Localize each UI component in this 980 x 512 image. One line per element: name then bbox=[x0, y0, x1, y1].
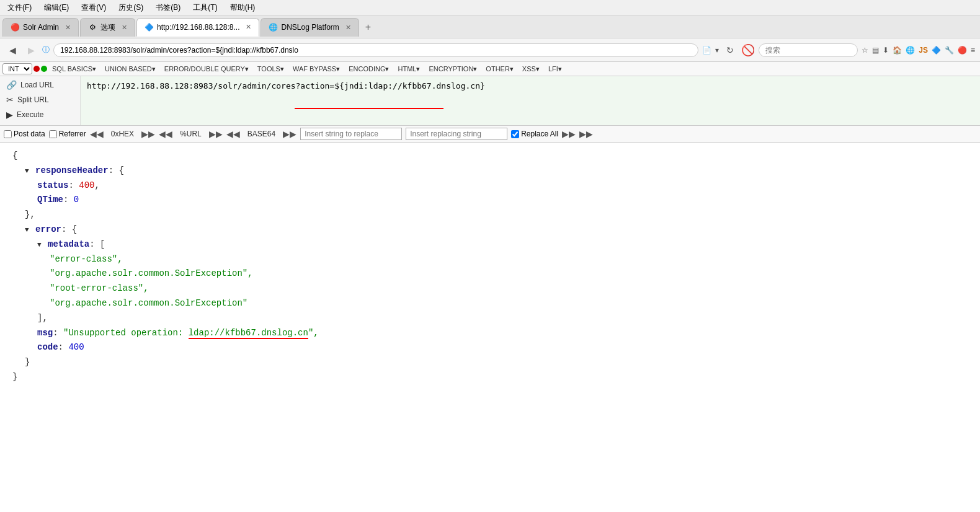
insert-replace-input[interactable] bbox=[300, 128, 402, 140]
tab-hackbar[interactable]: 🔷 http://192.168.88.128:8... ✕ bbox=[136, 18, 259, 37]
url-left-arrow: ◀◀ bbox=[159, 129, 172, 139]
download-icon[interactable]: ⬇ bbox=[883, 46, 889, 55]
home-icon[interactable]: 🏠 bbox=[893, 46, 902, 55]
code-value: 400 bbox=[68, 342, 84, 352]
load-url-icon: 🔗 bbox=[6, 80, 17, 90]
split-url-icon: ✂ bbox=[6, 95, 14, 105]
msg-url-underline: ldap://kfbb67.dnslog.cn bbox=[189, 328, 308, 339]
status-value: 400 bbox=[79, 180, 94, 190]
forward-button[interactable]: ▶ bbox=[24, 43, 38, 58]
earth-icon[interactable]: 🌐 bbox=[906, 46, 915, 55]
insert-replacing-input[interactable] bbox=[406, 128, 507, 140]
tab-close-solr[interactable]: ✕ bbox=[65, 24, 71, 32]
solr-icon: 🔴 bbox=[11, 23, 19, 32]
menu-history[interactable]: 历史(S) bbox=[116, 1, 146, 14]
json-open-brace: { bbox=[12, 149, 968, 164]
menu-sql-basics[interactable]: SQL BASICS▾ bbox=[48, 64, 100, 74]
error-close: } bbox=[25, 355, 968, 370]
menu-encryption[interactable]: ENCRYPTION▾ bbox=[425, 64, 481, 74]
error-toggle[interactable]: ▼ bbox=[25, 226, 29, 234]
hex-left-arrow: ◀◀ bbox=[90, 129, 104, 139]
menu-waf-bypass[interactable]: WAF BYPASS▾ bbox=[289, 64, 344, 74]
response-header-line: ▼ responseHeader: { bbox=[25, 164, 968, 179]
menu-other[interactable]: OTHER▾ bbox=[482, 64, 517, 74]
address-input[interactable] bbox=[53, 43, 698, 57]
red-dot bbox=[33, 66, 40, 72]
replace-all-label[interactable]: Replace All bbox=[511, 130, 558, 138]
metadata-line: ▼ metadata: [ bbox=[37, 237, 968, 252]
base64-right-arrow: ▶▶ bbox=[283, 129, 296, 139]
dnslog-icon: 🌐 bbox=[269, 23, 277, 32]
solr-exception-line2: "org.apache.solr.common.SolrException" bbox=[50, 296, 968, 311]
error-class-line: "error-class", bbox=[50, 252, 968, 267]
base64-left-arrow: ◀◀ bbox=[226, 129, 240, 139]
menu-html[interactable]: HTML▾ bbox=[394, 64, 424, 74]
menu-tools[interactable]: TOOLS▾ bbox=[254, 64, 288, 74]
menu-error-double[interactable]: ERROR/DOUBLE QUERY▾ bbox=[161, 64, 252, 74]
post-data-label[interactable]: Post data bbox=[4, 130, 45, 138]
star-icon[interactable]: ☆ bbox=[862, 46, 868, 55]
ext2-icon[interactable]: 🔧 bbox=[945, 46, 954, 55]
response-header-toggle[interactable]: ▼ bbox=[25, 167, 29, 175]
menu-encoding[interactable]: ENCODING▾ bbox=[345, 64, 393, 74]
error-line: ▼ error: { bbox=[25, 223, 968, 237]
post-data-checkbox[interactable] bbox=[4, 130, 12, 138]
referrer-checkbox[interactable] bbox=[49, 130, 57, 138]
tab-close-hackbar[interactable]: ✕ bbox=[246, 23, 251, 31]
tab-solr-admin[interactable]: 🔴 Solr Admin ✕ bbox=[2, 18, 79, 37]
load-url-label: Load URL bbox=[20, 81, 54, 89]
menu-help[interactable]: 帮助(H) bbox=[228, 1, 258, 14]
tab-label-dnslog: DNSLog Platform bbox=[281, 23, 339, 32]
options-icon: ⚙ bbox=[88, 23, 97, 32]
load-url-button[interactable]: 🔗 Load URL bbox=[4, 79, 76, 91]
ext1-icon[interactable]: 🔷 bbox=[932, 46, 941, 55]
tab-close-dnslog[interactable]: ✕ bbox=[345, 24, 351, 32]
tab-label-hackbar: http://192.168.88.128:8... bbox=[157, 23, 239, 32]
dropdown-icon[interactable]: ▾ bbox=[715, 46, 719, 55]
root-error-class-line: "root-error-class", bbox=[50, 281, 968, 296]
json-close-brace: } bbox=[12, 370, 968, 385]
menu-tools[interactable]: 工具(T) bbox=[190, 1, 220, 14]
code-line: code: 400 bbox=[37, 340, 968, 355]
int-select[interactable]: INT bbox=[2, 63, 32, 74]
tab-options[interactable]: ⚙ 选项 ✕ bbox=[80, 18, 135, 37]
menu-edit[interactable]: 编辑(E) bbox=[42, 1, 71, 14]
tab-label-options: 选项 bbox=[100, 22, 115, 33]
referrer-label[interactable]: Referrer bbox=[49, 130, 86, 138]
tab-close-options[interactable]: ✕ bbox=[122, 24, 127, 32]
page-icon: 📄 bbox=[702, 46, 711, 55]
menu-file[interactable]: 文件(F) bbox=[5, 1, 34, 14]
response-area: { ▼ responseHeader: { status: 400, QTime… bbox=[0, 143, 980, 391]
info-icon: ⓘ bbox=[42, 45, 50, 55]
more-icon[interactable]: ≡ bbox=[971, 46, 975, 55]
url-right-arrow: ▶▶ bbox=[209, 129, 223, 139]
url-encode-button[interactable]: %URL bbox=[176, 128, 205, 139]
replace-all-checkbox[interactable] bbox=[511, 130, 519, 138]
reader-icon[interactable]: ▤ bbox=[872, 46, 879, 55]
qtime-value: 0 bbox=[74, 195, 79, 205]
menu-view[interactable]: 查看(V) bbox=[79, 1, 109, 14]
menu-lfi[interactable]: LFI▾ bbox=[545, 64, 566, 74]
execute-label: Execute bbox=[17, 110, 43, 119]
replace-right-arrow1: ▶▶ bbox=[562, 129, 576, 139]
menu-xss[interactable]: XSS▾ bbox=[519, 64, 543, 74]
base64-button[interactable]: BASE64 bbox=[244, 128, 279, 139]
green-dot bbox=[41, 66, 47, 72]
new-tab-button[interactable]: + bbox=[360, 19, 376, 35]
back-button[interactable]: ◀ bbox=[5, 43, 20, 58]
split-url-button[interactable]: ✂ Split URL bbox=[4, 94, 76, 106]
menu-bookmarks[interactable]: 书签(B) bbox=[153, 1, 183, 14]
execute-button[interactable]: ▶ Execute bbox=[4, 108, 76, 121]
metadata-close: ], bbox=[37, 311, 968, 326]
hex-button[interactable]: 0xHEX bbox=[107, 128, 138, 139]
metadata-toggle[interactable]: ▼ bbox=[37, 241, 42, 249]
menu-union-based[interactable]: UNION BASED▾ bbox=[101, 64, 159, 74]
search-input[interactable] bbox=[759, 43, 858, 57]
hackbar-url-area: 🔗 Load URL ✂ Split URL ▶ Execute http://… bbox=[0, 76, 980, 126]
js-icon: JS bbox=[919, 46, 928, 55]
tab-dnslog[interactable]: 🌐 DNSLog Platform ✕ bbox=[261, 18, 359, 37]
ext3-icon[interactable]: 🔴 bbox=[958, 46, 967, 55]
replace-right-arrow2: ▶▶ bbox=[579, 129, 593, 139]
url-textarea[interactable]: http://192.168.88.128:8983/solr/admin/co… bbox=[81, 76, 980, 123]
refresh-button[interactable]: ↻ bbox=[723, 43, 737, 58]
